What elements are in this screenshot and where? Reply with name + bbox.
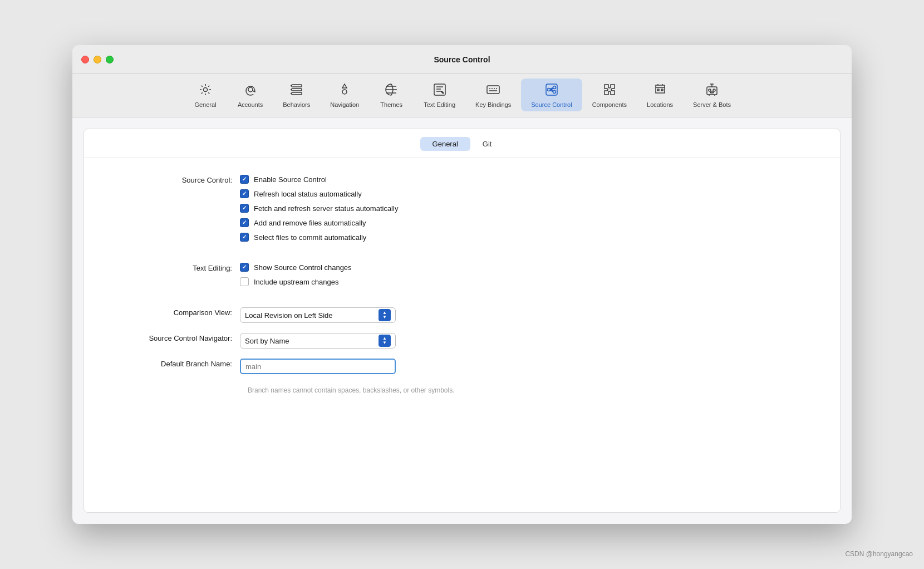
svg-point-5 [342, 90, 347, 94]
default-branch-label: Default Branch Name: [117, 359, 240, 368]
default-branch-input[interactable] [240, 359, 396, 374]
content-area: General Git Source Control: Enable Sourc… [72, 117, 852, 524]
default-branch-controls [240, 359, 396, 374]
comparison-view-select[interactable]: Local Revision on Left Side ▲ ▼ [240, 307, 396, 323]
settings-content: Source Control: Enable Source Control Re… [84, 158, 840, 512]
toolbar-label-components: Components [592, 101, 627, 108]
checkbox-select-files[interactable] [240, 233, 249, 242]
svg-rect-2 [292, 85, 302, 87]
toolbar-item-locations[interactable]: Locations [637, 79, 683, 111]
toolbar-item-key-bindings[interactable]: Key Bindings [465, 79, 521, 111]
panel-tabs: General Git [84, 129, 840, 158]
toolbar-item-navigation[interactable]: Navigation [320, 79, 369, 111]
toolbar-label-key-bindings: Key Bindings [475, 101, 511, 108]
comparison-view-label: Comparison View: [117, 307, 240, 317]
toolbar-label-locations: Locations [647, 101, 673, 108]
source-control-group: Source Control: Enable Source Control Re… [117, 175, 807, 242]
checkbox-row-enable-sc: Enable Source Control [240, 175, 398, 184]
toolbar-item-components[interactable]: Components [582, 79, 637, 111]
svg-rect-15 [661, 89, 663, 91]
checkbox-row-add-remove: Add and remove files automatically [240, 218, 398, 227]
themes-icon [384, 82, 399, 100]
traffic-lights [81, 56, 114, 63]
tab-git[interactable]: Git [470, 137, 504, 151]
watermark: CSDN @hongyangcao [845, 550, 913, 558]
checkbox-refresh-local[interactable] [240, 189, 249, 198]
label-enable-source-control: Enable Source Control [254, 175, 327, 184]
toolbar-label-server-bots: Server & Bots [693, 101, 731, 108]
main-window: Source Control General Accounts [72, 45, 852, 524]
svg-rect-19 [710, 92, 714, 93]
sc-navigator-group: Source Control Navigator: Sort by Name ▲… [117, 333, 807, 349]
navigator-select[interactable]: Sort by Name ▲ ▼ [240, 333, 396, 349]
default-branch-group: Default Branch Name: [117, 359, 807, 374]
svg-rect-4 [292, 92, 302, 95]
text-editing-icon [432, 82, 448, 100]
source-control-controls: Enable Source Control Refresh local stat… [240, 175, 398, 242]
nav-stepper-down: ▼ [382, 341, 387, 345]
checkbox-fetch-refresh[interactable] [240, 204, 249, 213]
toolbar-label-accounts: Accounts [238, 101, 263, 108]
keyboard-icon [485, 82, 501, 100]
navigation-icon [337, 82, 352, 100]
label-include-upstream: Include upstream changes [254, 278, 338, 286]
toolbar-label-navigation: Navigation [330, 101, 359, 108]
close-button[interactable] [81, 56, 89, 63]
checkbox-include-upstream[interactable] [240, 277, 249, 286]
puzzle-icon [602, 82, 617, 100]
toolbar-item-source-control[interactable]: Source Control [521, 79, 582, 111]
toolbar-item-themes[interactable]: Themes [369, 79, 414, 111]
label-select-files: Select files to commit automatically [254, 233, 366, 242]
checkbox-row-fetch-refresh: Fetch and refresh server status automati… [240, 204, 398, 213]
svg-rect-3 [292, 89, 302, 91]
toolbar: General Accounts Behaviors [72, 74, 852, 117]
label-add-remove-files: Add and remove files automatically [254, 219, 366, 227]
source-control-setting-label: Source Control: [117, 175, 240, 184]
label-fetch-refresh: Fetch and refresh server status automati… [254, 204, 398, 213]
text-editing-controls: Show Source Control changes Include upst… [240, 263, 352, 286]
checkbox-row-select-files: Select files to commit automatically [240, 233, 398, 242]
titlebar: Source Control [72, 45, 852, 74]
toolbar-label-themes: Themes [380, 101, 402, 108]
navigator-stepper[interactable]: ▲ ▼ [379, 335, 391, 347]
text-editing-group: Text Editing: Show Source Control change… [117, 263, 807, 286]
toolbar-item-text-editing[interactable]: Text Editing [414, 79, 465, 111]
minimize-button[interactable] [94, 56, 101, 63]
checkbox-row-include-upstream: Include upstream changes [240, 277, 352, 286]
checkbox-enable-source-control[interactable] [240, 175, 249, 184]
label-refresh-local: Refresh local status automatically [254, 190, 362, 198]
text-editing-setting-label: Text Editing: [117, 263, 240, 272]
svg-point-9 [547, 89, 550, 91]
locations-icon [652, 82, 668, 100]
toolbar-item-accounts[interactable]: Accounts [228, 79, 273, 111]
comparison-view-value: Local Revision on Left Side [245, 311, 333, 320]
checkbox-show-sc-changes[interactable] [240, 263, 249, 272]
toolbar-item-general[interactable]: General [183, 79, 228, 111]
toolbar-label-general: General [194, 101, 216, 108]
comparison-view-stepper[interactable]: ▲ ▼ [379, 309, 391, 321]
svg-rect-7 [487, 86, 499, 94]
svg-point-18 [713, 89, 715, 91]
tab-general[interactable]: General [420, 137, 470, 151]
checkbox-row-show-sc: Show Source Control changes [240, 263, 352, 272]
svg-point-0 [204, 88, 208, 92]
toolbar-item-behaviors[interactable]: Behaviors [273, 79, 320, 111]
maximize-button[interactable] [106, 56, 114, 63]
svg-point-17 [709, 89, 711, 91]
comparison-view-controls: Local Revision on Left Side ▲ ▼ [240, 307, 396, 323]
robot-icon [704, 82, 720, 100]
svg-rect-14 [657, 89, 659, 91]
toolbar-item-server-bots[interactable]: Server & Bots [683, 79, 741, 111]
checkbox-row-refresh-local: Refresh local status automatically [240, 189, 398, 198]
label-show-sc-changes: Show Source Control changes [254, 263, 352, 272]
behaviors-icon [289, 82, 304, 100]
checkbox-add-remove-files[interactable] [240, 218, 249, 227]
toolbar-label-source-control: Source Control [531, 101, 572, 108]
stepper-down: ▼ [382, 315, 387, 320]
hint-text: Branch names cannot contain spaces, back… [248, 386, 807, 394]
window-title: Source Control [434, 55, 490, 64]
toolbar-label-text-editing: Text Editing [424, 101, 455, 108]
svg-point-11 [553, 91, 556, 94]
source-control-icon [544, 82, 559, 100]
sc-navigator-label: Source Control Navigator: [117, 333, 240, 342]
